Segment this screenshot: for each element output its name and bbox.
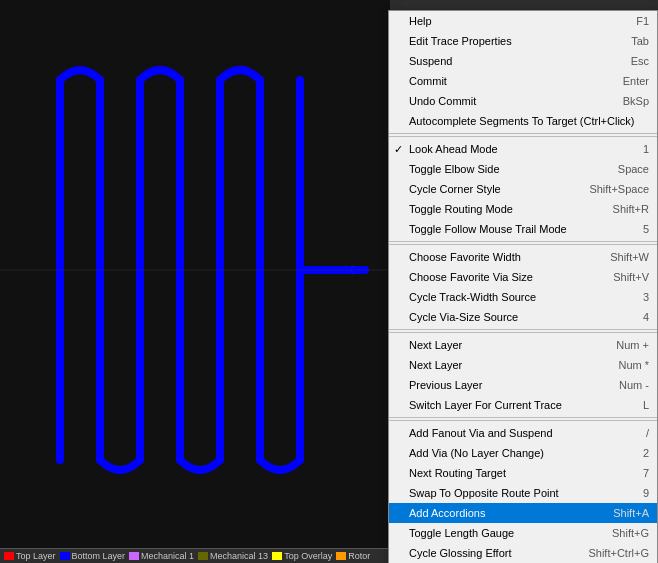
menu-item-choose-via[interactable]: Choose Favorite Via SizeShift+V — [389, 267, 657, 287]
menu-item-edit-trace[interactable]: Edit Trace PropertiesTab — [389, 31, 657, 51]
menu-label: Next Layer — [409, 357, 462, 373]
menu-shortcut: Num + — [616, 337, 649, 353]
menu-label: Previous Layer — [409, 377, 482, 393]
menu-item-suspend[interactable]: SuspendEsc — [389, 51, 657, 71]
layer-name: Top Layer — [16, 551, 56, 561]
menu-shortcut: 4 — [643, 309, 649, 325]
menu-item-cycle-gloss[interactable]: Cycle Glossing EffortShift+Ctrl+G — [389, 543, 657, 563]
menu-label: Suspend — [409, 53, 452, 69]
menu-shortcut: 3 — [643, 289, 649, 305]
menu-shortcut: 2 — [643, 445, 649, 461]
menu-item-add-via[interactable]: Add Via (No Layer Change)2 — [389, 443, 657, 463]
layer-name: Mechanical 1 — [141, 551, 194, 561]
menu-shortcut: / — [646, 425, 649, 441]
menu-label: Cycle Track-Width Source — [409, 289, 536, 305]
menu-label: Switch Layer For Current Trace — [409, 397, 562, 413]
menu-shortcut: Enter — [623, 73, 649, 89]
menu-shortcut: 1 — [643, 141, 649, 157]
menu-item-next-layer1[interactable]: Next LayerNum + — [389, 335, 657, 355]
menu-shortcut: Shift+V — [613, 269, 649, 285]
menu-item-toggle-follow[interactable]: Toggle Follow Mouse Trail Mode5 — [389, 219, 657, 242]
menu-label: Add Via (No Layer Change) — [409, 445, 544, 461]
layer-tab[interactable]: Top Overlay — [272, 551, 332, 561]
menu-shortcut: 9 — [643, 485, 649, 501]
menu-shortcut: L — [643, 397, 649, 413]
menu-shortcut: Space — [618, 161, 649, 177]
menu-item-switch-layer[interactable]: Switch Layer For Current TraceL — [389, 395, 657, 418]
menu-item-next-layer2[interactable]: Next LayerNum * — [389, 355, 657, 375]
menu-item-undo-commit[interactable]: Undo CommitBkSp — [389, 91, 657, 111]
menu-label: Toggle Elbow Side — [409, 161, 500, 177]
menu-label: Next Routing Target — [409, 465, 506, 481]
menu-item-toggle-routing[interactable]: Toggle Routing ModeShift+R — [389, 199, 657, 219]
menu-shortcut: Shift+W — [610, 249, 649, 265]
menu-item-choose-width[interactable]: Choose Favorite WidthShift+W — [389, 247, 657, 267]
menu-label: Help — [409, 13, 432, 29]
layer-color-indicator — [336, 552, 346, 560]
menu-item-look-ahead[interactable]: ✓Look Ahead Mode1 — [389, 139, 657, 159]
menu-label: Choose Favorite Width — [409, 249, 521, 265]
menu-item-cycle-corner[interactable]: Cycle Corner StyleShift+Space — [389, 179, 657, 199]
layer-name: Top Overlay — [284, 551, 332, 561]
menu-item-cycle-via[interactable]: Cycle Via-Size Source4 — [389, 307, 657, 330]
menu-shortcut: Shift+A — [613, 505, 649, 521]
menu-label: Add Fanout Via and Suspend — [409, 425, 553, 441]
menu-shortcut: Shift+G — [612, 525, 649, 541]
menu-item-prev-layer[interactable]: Previous LayerNum - — [389, 375, 657, 395]
menu-item-add-accordions[interactable]: Add AccordionsShift+A — [389, 503, 657, 523]
menu-item-help[interactable]: HelpF1 — [389, 11, 657, 31]
layer-name: Rotor — [348, 551, 370, 561]
menu-label: Next Layer — [409, 337, 462, 353]
menu-label: Commit — [409, 73, 447, 89]
menu-item-toggle-length[interactable]: Toggle Length GaugeShift+G — [389, 523, 657, 543]
pcb-canvas — [0, 0, 390, 548]
layer-tab[interactable]: Mechanical 1 — [129, 551, 194, 561]
menu-label: Toggle Routing Mode — [409, 201, 513, 217]
checkmark-icon: ✓ — [394, 141, 403, 157]
layer-tab[interactable]: Rotor — [336, 551, 370, 561]
menu-label: Toggle Follow Mouse Trail Mode — [409, 221, 567, 237]
menu-shortcut: BkSp — [623, 93, 649, 109]
menu-shortcut: 7 — [643, 465, 649, 481]
layer-name: Bottom Layer — [72, 551, 126, 561]
menu-shortcut: Shift+Space — [589, 181, 649, 197]
menu-item-add-fanout[interactable]: Add Fanout Via and Suspend/ — [389, 423, 657, 443]
pcb-svg — [0, 0, 390, 548]
menu-label: Autocomplete Segments To Target (Ctrl+Cl… — [409, 113, 635, 129]
menu-shortcut: Shift+Ctrl+G — [588, 545, 649, 561]
menu-separator — [389, 244, 657, 245]
menu-label: Cycle Via-Size Source — [409, 309, 518, 325]
menu-shortcut: Shift+R — [613, 201, 649, 217]
menu-item-commit[interactable]: CommitEnter — [389, 71, 657, 91]
layer-tab[interactable]: Bottom Layer — [60, 551, 126, 561]
menu-label: Look Ahead Mode — [409, 141, 498, 157]
layer-color-indicator — [272, 552, 282, 560]
menu-label: Cycle Glossing Effort — [409, 545, 512, 561]
menu-item-autocomplete[interactable]: Autocomplete Segments To Target (Ctrl+Cl… — [389, 111, 657, 134]
menu-shortcut: Tab — [631, 33, 649, 49]
menu-item-cycle-track[interactable]: Cycle Track-Width Source3 — [389, 287, 657, 307]
menu-label: Undo Commit — [409, 93, 476, 109]
layer-tab[interactable]: Top Layer — [4, 551, 56, 561]
menu-shortcut: Esc — [631, 53, 649, 69]
menu-item-toggle-elbow[interactable]: Toggle Elbow SideSpace — [389, 159, 657, 179]
layer-tab[interactable]: Mechanical 13 — [198, 551, 268, 561]
menu-separator — [389, 332, 657, 333]
menu-separator — [389, 420, 657, 421]
layer-color-indicator — [129, 552, 139, 560]
menu-separator — [389, 136, 657, 137]
menu-item-next-routing[interactable]: Next Routing Target7 — [389, 463, 657, 483]
menu-item-swap-opposite[interactable]: Swap To Opposite Route Point9 — [389, 483, 657, 503]
layer-name: Mechanical 13 — [210, 551, 268, 561]
context-menu: HelpF1Edit Trace PropertiesTabSuspendEsc… — [388, 10, 658, 563]
menu-shortcut: F1 — [636, 13, 649, 29]
menu-label: Toggle Length Gauge — [409, 525, 514, 541]
layer-color-indicator — [4, 552, 14, 560]
menu-shortcut: Num * — [618, 357, 649, 373]
menu-shortcut: 5 — [643, 221, 649, 237]
menu-shortcut: Num - — [619, 377, 649, 393]
menu-label: Swap To Opposite Route Point — [409, 485, 559, 501]
menu-label: Add Accordions — [409, 505, 485, 521]
layer-color-indicator — [198, 552, 208, 560]
layer-color-indicator — [60, 552, 70, 560]
